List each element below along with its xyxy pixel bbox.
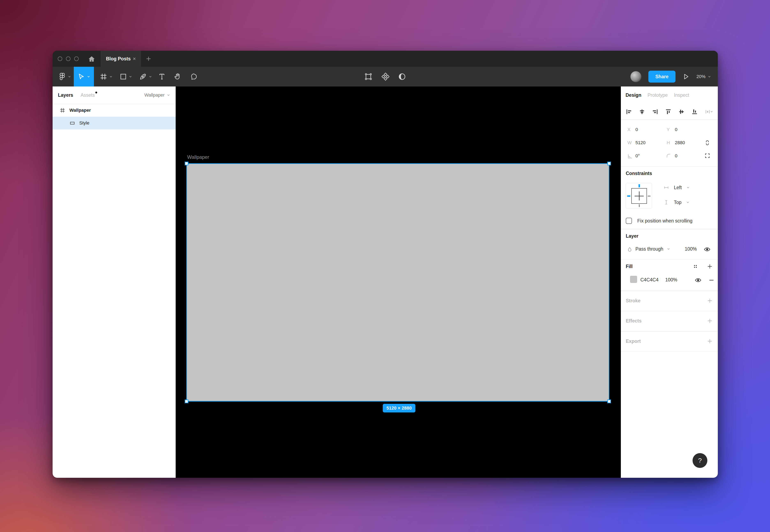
frame-tool-button[interactable]: [97, 67, 115, 86]
constraint-bottom-tick[interactable]: [639, 204, 640, 207]
fill-opacity-input[interactable]: 100%: [665, 277, 677, 283]
add-effect-icon[interactable]: [707, 318, 713, 324]
assets-new-badge-dot: [95, 92, 97, 93]
blend-mode-icon[interactable]: [627, 246, 633, 253]
new-tab-icon[interactable]: [145, 56, 152, 62]
align-right-icon[interactable]: [652, 108, 659, 115]
align-vertical-centers-icon[interactable]: [678, 108, 685, 115]
layers-panel: Layers Assets Wallpaper Wallpaper: [53, 86, 176, 478]
independent-corners-icon[interactable]: [704, 152, 711, 159]
remove-fill-minus-icon[interactable]: [708, 277, 715, 284]
layer-name: Style: [79, 120, 89, 126]
minimize-window-button[interactable]: [66, 56, 70, 61]
h-input[interactable]: 2880: [675, 140, 685, 145]
selection-handle-top-left[interactable]: [185, 162, 188, 165]
help-button[interactable]: ?: [693, 453, 707, 468]
xy-row: X 0 Y 0: [621, 123, 718, 136]
layer-visibility-eye-icon[interactable]: [704, 246, 711, 253]
rectangle-layer-icon: [69, 120, 75, 126]
position-section: X 0 Y 0 W 5120 H 2880: [621, 120, 718, 166]
frame-name-label[interactable]: Wallpaper: [187, 154, 209, 160]
comment-tool-button[interactable]: [187, 67, 201, 86]
blend-mode-dropdown[interactable]: Pass through: [635, 246, 670, 252]
tab-prototype[interactable]: Prototype: [648, 92, 668, 98]
chevron-down-icon: [667, 247, 670, 251]
chevron-down-icon: [686, 186, 690, 189]
file-tab[interactable]: Blog Posts: [101, 51, 141, 67]
user-avatar[interactable]: [630, 71, 641, 82]
present-play-icon[interactable]: [682, 73, 689, 80]
align-left-icon[interactable]: [625, 108, 632, 115]
zoom-window-button[interactable]: [74, 56, 79, 61]
page-selector-dropdown[interactable]: Wallpaper: [144, 92, 170, 98]
vertical-constraint-dropdown[interactable]: Top: [663, 199, 690, 205]
rotation-input[interactable]: 0°: [635, 153, 640, 159]
shape-tool-button[interactable]: [117, 67, 135, 86]
fill-hex-input[interactable]: C4C4C4: [640, 277, 658, 283]
effects-title: Effects: [626, 318, 642, 324]
corner-radius-input[interactable]: 0: [675, 153, 677, 159]
divider: [621, 351, 718, 352]
tidy-up-dropdown-icon[interactable]: [704, 108, 713, 115]
tab-inspect[interactable]: Inspect: [674, 92, 689, 98]
window-controls: [58, 56, 79, 61]
close-window-button[interactable]: [58, 56, 62, 61]
add-stroke-icon[interactable]: [707, 298, 713, 304]
frame-tool-icon: [100, 73, 107, 81]
create-component-icon[interactable]: [381, 73, 389, 81]
constraint-center-cross: [639, 191, 640, 200]
w-input[interactable]: 5120: [635, 140, 646, 145]
hand-tool-button[interactable]: [171, 67, 184, 86]
align-bottom-icon[interactable]: [691, 108, 698, 115]
use-as-mask-icon[interactable]: [398, 73, 406, 81]
align-horizontal-centers-icon[interactable]: [639, 108, 646, 115]
move-tool-button[interactable]: [74, 67, 94, 86]
y-input[interactable]: 0: [675, 127, 677, 132]
desktop-background: Blog Posts: [0, 0, 770, 532]
w-label: W: [627, 140, 632, 145]
x-input[interactable]: 0: [635, 127, 638, 132]
selected-frame[interactable]: [187, 164, 609, 401]
tab-design[interactable]: Design: [626, 92, 641, 98]
selection-handle-bottom-right[interactable]: [607, 400, 611, 403]
tab-layers[interactable]: Layers: [58, 92, 73, 98]
toolbar-right-actions: Share 20%: [630, 67, 711, 86]
selection-size-badge: 5120 × 2880: [383, 404, 415, 412]
layer-title: Layer: [626, 233, 713, 239]
toolbar: Share 20%: [53, 67, 718, 86]
layer-row-wallpaper[interactable]: Wallpaper: [53, 104, 176, 117]
y-label: Y: [667, 127, 670, 132]
close-tab-icon[interactable]: [132, 56, 137, 61]
edit-object-icon[interactable]: [364, 73, 372, 81]
fill-color-swatch[interactable]: [630, 276, 637, 283]
tab-assets[interactable]: Assets: [81, 92, 95, 98]
chevron-down-icon: [68, 75, 71, 78]
rectangle-tool-icon: [120, 73, 127, 80]
add-export-icon[interactable]: [707, 338, 713, 344]
text-tool-button[interactable]: [155, 67, 168, 86]
inspector-panel: Design Prototype Inspect: [621, 86, 718, 478]
constrain-proportions-icon[interactable]: [704, 139, 711, 146]
constraint-right-tick[interactable]: [648, 196, 650, 196]
fill-styles-icon[interactable]: [692, 263, 699, 269]
fill-visibility-eye-icon[interactable]: [695, 277, 702, 284]
selection-handle-bottom-left[interactable]: [185, 400, 188, 403]
constraint-top-tick[interactable]: [639, 184, 640, 187]
fix-position-checkbox[interactable]: [626, 218, 632, 224]
horizontal-constraint-dropdown[interactable]: Left: [663, 184, 690, 191]
canvas[interactable]: Wallpaper 5120 × 2880: [176, 86, 621, 478]
align-top-icon[interactable]: [665, 108, 672, 115]
layer-opacity-input[interactable]: 100%: [685, 246, 697, 252]
home-icon[interactable]: [88, 56, 95, 62]
constraints-widget[interactable]: [626, 183, 652, 209]
layer-row-style[interactable]: Style: [53, 117, 176, 129]
pen-tool-button[interactable]: [136, 67, 155, 86]
figma-main-menu-button[interactable]: [55, 67, 74, 86]
stroke-title: Stroke: [626, 298, 641, 304]
add-fill-icon[interactable]: [707, 263, 713, 269]
comment-bubble-icon: [190, 73, 198, 80]
selection-handle-top-right[interactable]: [607, 162, 611, 165]
constraint-left-tick[interactable]: [627, 195, 630, 197]
zoom-level-dropdown[interactable]: 20%: [696, 74, 711, 79]
share-button[interactable]: Share: [648, 71, 675, 83]
